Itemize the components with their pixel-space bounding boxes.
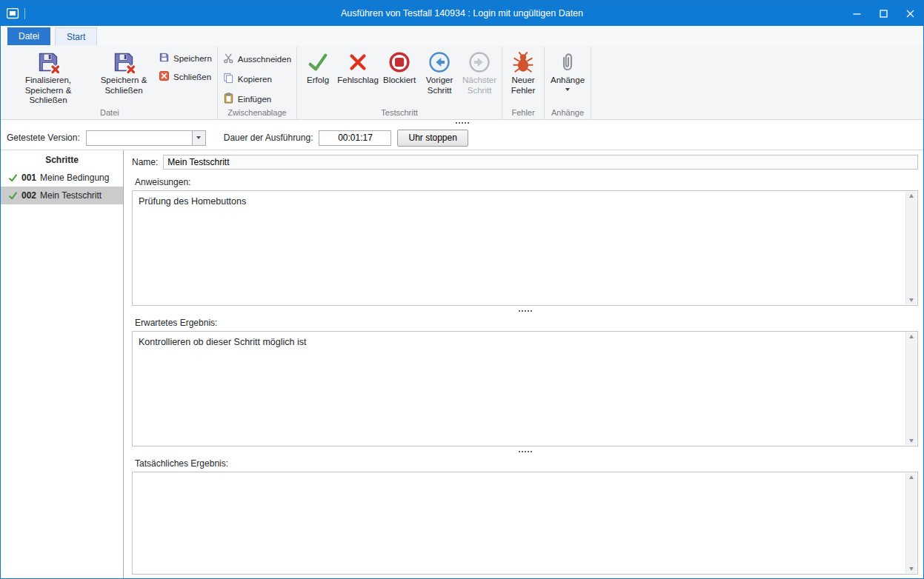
pane-splitter-handle[interactable] [132, 446, 918, 456]
step-detail-form: Name: Anweisungen: Prüfung des Homebutto… [124, 150, 923, 578]
tab-datei[interactable]: Datei [7, 27, 50, 45]
copy-label: Kopieren [238, 75, 272, 84]
close-x-icon [159, 70, 170, 83]
ribbon-tabstrip: Datei Start [1, 26, 923, 45]
scrollbar[interactable] [905, 473, 917, 573]
instructions-label: Anweisungen: [135, 177, 918, 187]
new-defect-button[interactable]: Neuer Fehler [505, 47, 542, 97]
save-close-icon [36, 50, 60, 74]
arrow-left-circle-icon [428, 50, 451, 74]
app-icon[interactable] [7, 8, 19, 19]
save-button[interactable]: Speichern [156, 51, 215, 65]
save-icon [159, 52, 170, 64]
copy-icon [223, 73, 234, 85]
tested-version-label: Getestete Version: [7, 133, 80, 143]
fail-button[interactable]: Fehlschlag [336, 47, 379, 87]
ribbon-group-anhaenge: Anhänge Anhänge [545, 47, 591, 119]
pass-button[interactable]: Erfolg [299, 47, 336, 87]
step-label: Meine Bedingung [40, 173, 109, 183]
scrollbar[interactable] [905, 332, 917, 445]
clipboard-icon [223, 93, 234, 105]
scroll-up-icon[interactable] [909, 194, 914, 198]
scrollbar[interactable] [905, 192, 917, 304]
check-icon [307, 50, 329, 74]
close-button[interactable] [897, 1, 923, 26]
drag-dots-icon [456, 122, 469, 124]
window-title: Ausführen von Testfall 140934 : Login mi… [1, 8, 923, 19]
scissors-icon [223, 53, 234, 65]
scroll-down-icon[interactable] [909, 439, 914, 443]
group-label-fehler: Fehler [505, 107, 542, 119]
scroll-up-icon[interactable] [909, 335, 914, 338]
chevron-down-icon [565, 88, 570, 91]
group-label-zwischenablage: Zwischenablage [220, 107, 294, 119]
step-name-input[interactable] [163, 155, 918, 170]
attachments-button[interactable]: Anhänge [547, 47, 588, 93]
ribbon-group-zwischenablage: Ausschneiden Kopieren Einfügen [218, 47, 297, 119]
stop-clock-button[interactable]: Uhr stoppen [397, 130, 468, 147]
save-label: Speichern [173, 54, 212, 63]
duration-input[interactable] [319, 130, 391, 146]
close-label: Schließen [173, 73, 211, 81]
check-icon [8, 191, 18, 201]
group-label-anhaenge: Anhänge [547, 107, 588, 119]
group-label-datei: Datei [4, 107, 215, 119]
new-defect-label: Neuer Fehler [507, 76, 539, 96]
tested-version-combobox[interactable] [86, 130, 206, 146]
tab-start[interactable]: Start [55, 27, 97, 45]
blocked-label: Blockiert [383, 76, 416, 86]
tested-version-input[interactable] [87, 131, 192, 145]
steps-panel: Schritte 001 Meine Bedingung 002 Mein Te… [1, 150, 124, 578]
previous-step-button[interactable]: Voriger Schritt [419, 47, 459, 97]
window-controls [843, 1, 923, 26]
save-and-close-button[interactable]: Speichern & Schließen [92, 47, 156, 97]
blocked-button[interactable]: Blockiert [379, 47, 419, 87]
actual-result-textarea[interactable] [132, 472, 918, 575]
group-label-testschritt: Testschritt [299, 107, 499, 119]
content-area: Schritte 001 Meine Bedingung 002 Mein Te… [1, 150, 923, 578]
close-ribbon-button[interactable]: Schließen [156, 70, 215, 84]
red-x-icon [347, 50, 369, 74]
ribbon-splitter-handle[interactable] [1, 120, 923, 126]
titlebar: Ausführen von Testfall 140934 : Login mi… [1, 1, 923, 26]
actual-result-label: Tatsächliches Ergebnis: [135, 458, 918, 469]
finalize-save-close-label: Finalisieren, Speichern & Schließen [7, 76, 90, 106]
step-label: Mein Testschritt [40, 190, 102, 201]
finalize-save-close-button[interactable]: Finalisieren, Speichern & Schließen [4, 47, 92, 107]
scroll-down-icon[interactable] [909, 298, 914, 302]
step-item[interactable]: 001 Meine Bedingung [1, 169, 123, 187]
instructions-text: Prüfung des Homebuttons [133, 191, 917, 211]
ribbon-group-testschritt: Erfolg Fehlschlag Blockiert [297, 47, 502, 119]
maximize-button[interactable] [870, 1, 897, 26]
copy-button[interactable]: Kopieren [220, 72, 294, 86]
scroll-up-icon[interactable] [909, 475, 914, 479]
quick-access-separator [24, 8, 25, 19]
check-icon [8, 173, 18, 183]
combobox-dropdown-button[interactable] [192, 131, 205, 145]
expected-result-textarea[interactable]: Kontrollieren ob dieser Schritt möglich … [132, 331, 918, 446]
step-number: 001 [21, 173, 36, 183]
cut-label: Ausschneiden [238, 55, 291, 64]
arrow-right-circle-icon [468, 50, 491, 74]
app-window: Ausführen von Testfall 140934 : Login mi… [0, 0, 924, 579]
execution-toolbar: Getestete Version: Dauer der Ausführung:… [1, 126, 923, 150]
actual-result-text [133, 472, 917, 482]
save-and-close-label: Speichern & Schließen [94, 76, 153, 96]
step-item[interactable]: 002 Mein Testschritt [1, 187, 123, 204]
next-step-button[interactable]: Nächster Schritt [459, 47, 499, 97]
previous-step-label: Voriger Schritt [422, 76, 457, 96]
paperclip-icon [559, 50, 576, 74]
steps-panel-header: Schritte [1, 150, 123, 169]
minimize-button[interactable] [843, 1, 870, 26]
drag-dots-icon [519, 310, 532, 312]
pane-splitter-handle[interactable] [132, 306, 918, 315]
paste-button[interactable]: Einfügen [220, 92, 294, 106]
cut-button[interactable]: Ausschneiden [220, 52, 294, 66]
ribbon-group-datei: Finalisieren, Speichern & Schließen [2, 47, 218, 119]
duration-label: Dauer der Ausführung: [224, 133, 313, 143]
scroll-down-icon[interactable] [909, 567, 914, 571]
attachments-label: Anhänge [551, 76, 585, 86]
step-number: 002 [21, 190, 36, 201]
bug-icon [512, 50, 534, 74]
instructions-textarea[interactable]: Prüfung des Homebuttons [132, 190, 918, 306]
